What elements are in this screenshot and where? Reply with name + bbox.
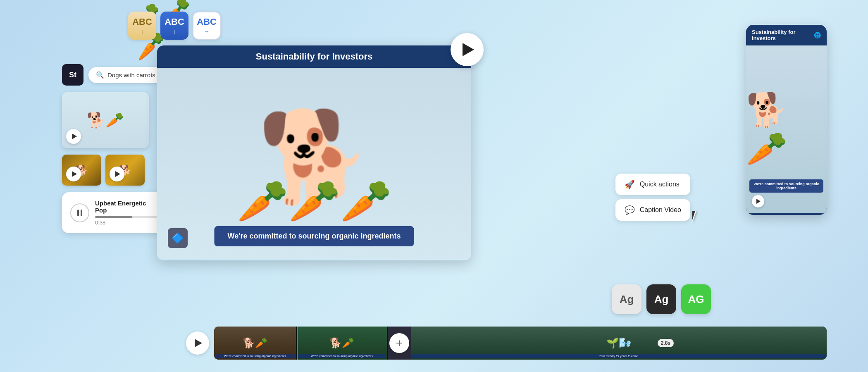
- remaining-clip-caption: zero friendly for years to come: [412, 354, 825, 358]
- timeline-container: 🐕🥕 We're committed to sourcing organic i…: [186, 322, 827, 364]
- preview-header: Sustainability for Investors 🌐: [746, 25, 827, 45]
- audio-info: Upbeat Energetic Pop 0:38: [95, 200, 157, 226]
- pause-icon: [77, 210, 82, 216]
- quick-actions-panel: 🚀 Quick actions 💬 Caption Video: [615, 174, 690, 221]
- audio-title: Upbeat Energetic Pop: [95, 200, 157, 214]
- rocket-icon: 🚀: [625, 179, 635, 189]
- font-btn-1-label: Ag: [620, 293, 634, 306]
- font-btn-2-label: Ag: [654, 293, 669, 306]
- pause-bar-1: [77, 210, 79, 216]
- clip-2-visual: 🐕🥕: [329, 337, 354, 349]
- caption-video-button[interactable]: 💬 Caption Video: [615, 199, 690, 221]
- font-btn-3-label: AG: [688, 293, 704, 306]
- large-play-button[interactable]: [451, 33, 484, 66]
- font-style-row: Ag Ag AG: [612, 284, 711, 314]
- clip-1-visual: 🐕🥕: [243, 337, 267, 349]
- video-body: 🐕 🥕🥕🥕 🔷 We're committed to sourcing orga…: [157, 68, 471, 259]
- audio-time: 0:38: [95, 219, 157, 226]
- text-style-button-3[interactable]: ABC →: [193, 12, 221, 40]
- audio-player: Upbeat Energetic Pop 0:38: [62, 192, 165, 233]
- adobe-firefly-icon: 🔷: [168, 228, 188, 248]
- thumbnail-play-button[interactable]: [66, 129, 81, 144]
- globe-icon: 🌐: [814, 32, 821, 38]
- video-header: Sustainability for Investors: [157, 45, 471, 68]
- text-style-button-2[interactable]: ABC ↓: [160, 12, 188, 40]
- main-thumbnail[interactable]: [62, 92, 149, 148]
- text-btn-1-arrow: ↓: [141, 28, 144, 35]
- stock-logo: St: [62, 64, 83, 86]
- clip-1[interactable]: 🐕🥕 We're committed to sourcing organic i…: [214, 327, 297, 360]
- clip-duration-badge: 2.8s: [658, 339, 674, 347]
- audio-progress-fill: [95, 216, 132, 218]
- text-btn-3-label: ABC: [197, 17, 217, 27]
- clip-1-caption: We're committed to sourcing organic ingr…: [215, 354, 295, 358]
- caption-video-label: Caption Video: [640, 206, 681, 214]
- clip-2-caption: We're committed to sourcing organic ingr…: [298, 354, 386, 358]
- clip-2[interactable]: 🐕🥕 We're committed to sourcing organic i…: [297, 327, 388, 360]
- caption-icon: 💬: [625, 205, 635, 215]
- video-title: Sustainability for Investors: [256, 51, 372, 62]
- font-style-button-2[interactable]: Ag: [646, 284, 676, 314]
- font-style-button-1[interactable]: Ag: [612, 284, 641, 314]
- preview-title: Sustainability for Investors: [752, 29, 811, 41]
- search-icon: 🔍: [96, 71, 104, 79]
- add-clip-button[interactable]: +: [389, 333, 409, 353]
- thumbnail-item-2[interactable]: 🐕: [62, 155, 101, 186]
- remaining-clip-visual: 🌱🌬️: [606, 337, 631, 349]
- audio-progress-bar[interactable]: [95, 216, 157, 218]
- quick-actions-label: Quick actions: [640, 181, 680, 188]
- font-style-button-3[interactable]: AG: [681, 284, 711, 314]
- preview-play-button[interactable]: [752, 195, 764, 207]
- thumb3-play-button[interactable]: [110, 167, 124, 181]
- scrubber[interactable]: [297, 327, 298, 360]
- text-btn-2-arrow: ↓: [173, 28, 176, 35]
- timeline-clips: 🐕🥕 We're committed to sourcing organic i…: [214, 327, 827, 360]
- timeline-play-button[interactable]: [186, 331, 209, 355]
- main-video-frame: Sustainability for Investors 🐕 🥕🥕🥕 🔷 We'…: [157, 45, 471, 260]
- text-btn-1-label: ABC: [132, 17, 152, 27]
- pause-bar-2: [81, 210, 82, 216]
- preview-caption: We're committed to sourcing organic ingr…: [749, 179, 823, 193]
- remaining-clip[interactable]: 🌱🌬️ zero friendly for years to come: [411, 327, 827, 360]
- thumb2-play-button[interactable]: [66, 167, 81, 181]
- preview-card: Sustainability for Investors 🌐 🐕🥕 We're …: [746, 25, 827, 215]
- text-style-button-1[interactable]: ABC ↓: [128, 12, 156, 40]
- carrots-emoji: 🥕🥕🥕: [237, 177, 392, 226]
- quick-actions-button[interactable]: 🚀 Quick actions: [615, 174, 690, 195]
- pause-button[interactable]: [70, 203, 89, 222]
- video-caption-bar: We're committed to sourcing organic ingr…: [214, 226, 414, 246]
- text-btn-3-arrow: →: [204, 28, 210, 35]
- preview-body: 🐕🥕 We're committed to sourcing organic i…: [746, 45, 827, 213]
- text-style-toolbar: ABC ↓ ABC ↓ ABC →: [128, 12, 221, 40]
- text-btn-2-label: ABC: [165, 17, 184, 27]
- thumbnail-item-3[interactable]: 🐕: [105, 155, 145, 186]
